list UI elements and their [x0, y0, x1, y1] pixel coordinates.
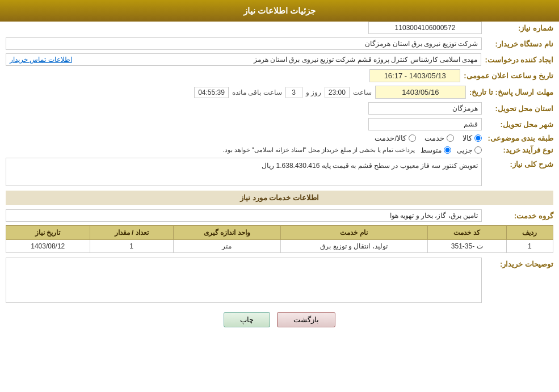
need-number-row: شماره نیاز: 1103004106000572 [6, 22, 553, 34]
city-value: قشم [368, 118, 482, 130]
table-header-row: ردیف کد خدمت نام خدمت واحد اندازه گیری ت… [6, 226, 553, 240]
col-service-name: نام خدمت [280, 226, 427, 240]
purchase-type-motavasset[interactable]: متوسط [421, 146, 451, 154]
buttons-row: بازگشت چاپ [6, 312, 553, 327]
services-table: ردیف کد خدمت نام خدمت واحد اندازه گیری ت… [6, 225, 553, 253]
buyer-org-row: نام دستگاه خریدار: شرکت توزیع نیروی برق … [6, 37, 553, 50]
city-row: شهر محل تحویل: قشم [6, 118, 553, 130]
category-radio-khedmat[interactable] [447, 134, 454, 142]
service-group-value: تامین برق، گاز، بخار و تهویه هوا [6, 209, 482, 222]
print-button[interactable]: چاپ [224, 312, 270, 327]
col-row-num: ردیف [506, 226, 553, 240]
col-unit: واحد اندازه گیری [173, 226, 280, 240]
purchase-type-label: نوع فرآیند خرید: [485, 146, 553, 154]
purchase-type-options: جزیی متوسط پرداخت تمام یا بخشی از مبلغ خ… [222, 146, 482, 154]
service-group-label: گروه خدمت: [485, 212, 553, 220]
col-date: تاریخ نیاز [6, 226, 90, 240]
response-date-row: مهلت ارسال پاسخ: تا تاریخ: 1403/05/16 سا… [6, 86, 553, 99]
back-button[interactable]: بازگشت [277, 312, 335, 327]
creator-label: ایجاد کننده درخواست: [485, 56, 553, 64]
page-title: جزئیات اطلاعات نیاز [243, 6, 316, 15]
cell-row-num: 1 [506, 240, 553, 253]
category-radio-kala[interactable] [474, 134, 482, 142]
response-time-label: ساعت [353, 88, 372, 96]
buyer-comments-row: توصیحات خریدار: [6, 258, 553, 303]
category-kala-khedmat-label: کالا/خدمت [375, 134, 406, 142]
announce-date-value: 1403/05/13 - 16:17 [369, 69, 460, 82]
cell-service-name: تولید، انتقال و توزیع برق [280, 240, 427, 253]
category-option-khedmat[interactable]: خدمت [424, 134, 454, 142]
announce-date-label: تاریخ و ساعت اعلان عمومی: [464, 71, 553, 80]
services-section-header: اطلاعات خدمات مورد نیاز [6, 191, 553, 205]
category-label: طبقه بندی موضوعی: [485, 134, 553, 142]
purchase-type-note: پرداخت تمام یا بخشی از مبلغ خریداز محل "… [222, 146, 415, 154]
buyer-org-label: نام دستگاه خریدار: [485, 40, 553, 48]
category-radio-group: کالا خدمت کالا/خدمت [375, 134, 482, 142]
purchase-motavasset-label: متوسط [421, 146, 442, 154]
creator-row: ایجاد کننده درخواست: مهدی اسلامی کارشناس… [6, 53, 553, 66]
purchase-radio-jozi[interactable] [474, 146, 482, 154]
purchase-radio-motavasset[interactable] [444, 146, 451, 154]
cell-date: 1403/08/12 [6, 240, 90, 253]
description-label: شرح کلی نیاز: [485, 158, 553, 168]
purchase-jozi-label: جزیی [457, 146, 472, 154]
province-label: استان محل تحویل: [485, 104, 553, 113]
category-kala-label: کالا [463, 134, 472, 142]
cell-unit: متر [173, 240, 280, 253]
purchase-type-jozi[interactable]: جزیی [457, 146, 482, 154]
table-row: 1 ت -35-351 تولید، انتقال و توزیع برق مت… [6, 240, 553, 253]
col-service-code: کد خدمت [427, 226, 506, 240]
category-row: طبقه بندی موضوعی: کالا خدمت کالا/خدمت [6, 134, 553, 142]
buyer-org-value: شرکت توزیع نیروی برق استان هرمزگان [6, 37, 482, 50]
countdown-label: ساعت باقی مانده [232, 88, 282, 96]
description-value: تعویض کنتور سه فاز معیوب در سطح قشم به ق… [6, 158, 482, 186]
creator-contact-link[interactable]: اطلاعات تماس خریدار [10, 56, 72, 64]
category-khedmat-label: خدمت [424, 134, 444, 142]
response-date-label: مهلت ارسال پاسخ: تا تاریخ: [469, 88, 553, 96]
buyer-comments-box [6, 258, 482, 303]
description-row: شرح کلی نیاز: تعویض کنتور سه فاز معیوب د… [6, 158, 553, 186]
need-number-value: 1103004106000572 [368, 22, 482, 34]
need-number-label: شماره نیاز: [485, 24, 553, 32]
category-radio-kala-khedmat[interactable] [409, 134, 416, 142]
purchase-type-row: نوع فرآیند خرید: جزیی متوسط پرداخت تمام … [6, 146, 553, 154]
response-days-label: روز و [306, 88, 321, 96]
category-option-kala-khedmat[interactable]: کالا/خدمت [375, 134, 416, 142]
col-quantity: تعداد / مقدار [90, 226, 173, 240]
city-label: شهر محل تحویل: [485, 120, 553, 129]
announce-date-row: تاریخ و ساعت اعلان عمومی: 1403/05/13 - 1… [6, 69, 553, 82]
province-row: استان محل تحویل: هرمزگان [6, 102, 553, 115]
page-container: جزئیات اطلاعات نیاز شماره نیاز: 11030041… [0, 0, 559, 392]
content-area: شماره نیاز: 1103004106000572 نام دستگاه … [0, 22, 559, 327]
page-header: جزئیات اطلاعات نیاز [0, 0, 559, 22]
service-group-row: گروه خدمت: تامین برق، گاز، بخار و تهویه … [6, 209, 553, 222]
cell-quantity: 1 [90, 240, 173, 253]
response-date-value: 1403/05/16 [375, 86, 466, 99]
cell-service-code: ت -35-351 [427, 240, 506, 253]
response-days-value: 3 [285, 87, 302, 98]
countdown-value: 04:55:39 [194, 87, 229, 98]
response-time-value: 23:00 [325, 87, 350, 98]
buyer-comments-label: توصیحات خریدار: [491, 258, 553, 268]
province-value: هرمزگان [368, 102, 482, 115]
category-option-kala[interactable]: کالا [463, 134, 482, 142]
creator-value: مهدی اسلامی کارشناس کنترل پروژه قشم شرکت… [254, 56, 478, 64]
